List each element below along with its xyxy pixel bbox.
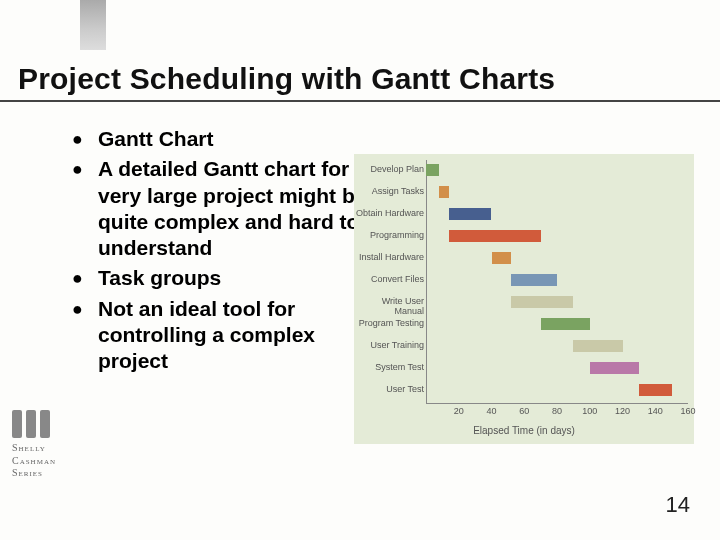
x-tick: 140 [648, 406, 663, 416]
bullet-text: Task groups [98, 265, 221, 291]
task-label: Obtain Hardware [354, 208, 424, 218]
logo-line: Cashman [12, 455, 76, 468]
bullet-item: ● Not an ideal tool for controlling a co… [72, 296, 382, 375]
task-row: System Test [354, 358, 688, 378]
task-label: Develop Plan [354, 164, 424, 174]
gantt-bar [511, 274, 557, 286]
gantt-bar [492, 252, 512, 264]
x-tick: 100 [582, 406, 597, 416]
task-row: Assign Tasks [354, 182, 688, 202]
gantt-bar [439, 186, 449, 198]
bullet-list: ● Gantt Chart ● A detailed Gantt chart f… [72, 126, 382, 378]
task-row: Obtain Hardware [354, 204, 688, 224]
gantt-bar [426, 164, 439, 176]
slide-title: Project Scheduling with Gantt Charts [18, 62, 702, 96]
accent-bar [80, 0, 106, 50]
gantt-bar [449, 208, 492, 220]
task-label: Programming [354, 230, 424, 240]
bullet-text: Gantt Chart [98, 126, 214, 152]
x-axis-line [426, 403, 688, 404]
gantt-plot-area: Develop PlanAssign TasksObtain HardwareP… [426, 160, 688, 402]
task-label: System Test [354, 362, 424, 372]
bullet-item: ● Task groups [72, 265, 382, 291]
task-label: Write User Manual [354, 296, 424, 316]
task-row: Develop Plan [354, 160, 688, 180]
task-row: Program Testing [354, 314, 688, 334]
task-row: Write User Manual [354, 292, 688, 312]
gantt-bar [511, 296, 573, 308]
task-label: Install Hardware [354, 252, 424, 262]
task-row: User Test [354, 380, 688, 400]
logo-stripes-icon [12, 410, 76, 438]
slide: Project Scheduling with Gantt Charts ● G… [0, 0, 720, 540]
bullet-icon: ● [72, 156, 98, 261]
task-row: User Training [354, 336, 688, 356]
gantt-bar [639, 384, 672, 396]
x-tick: 160 [680, 406, 695, 416]
gantt-bar [573, 340, 622, 352]
task-label: User Training [354, 340, 424, 350]
task-label: User Test [354, 384, 424, 394]
logo-line: Series [12, 467, 76, 480]
bullet-text: A detailed Gantt chart for a very large … [98, 156, 382, 261]
gantt-bar [541, 318, 590, 330]
bullet-item: ● A detailed Gantt chart for a very larg… [72, 156, 382, 261]
bullet-icon: ● [72, 265, 98, 291]
x-tick: 60 [519, 406, 529, 416]
task-row: Install Hardware [354, 248, 688, 268]
x-tick: 80 [552, 406, 562, 416]
x-tick: 20 [454, 406, 464, 416]
series-logo: Shelly Cashman Series [12, 410, 76, 496]
x-tick: 40 [486, 406, 496, 416]
bullet-item: ● Gantt Chart [72, 126, 382, 152]
x-axis: 20406080100120140160 [426, 406, 688, 418]
logo-line: Shelly [12, 442, 76, 455]
bullet-icon: ● [72, 126, 98, 152]
task-row: Convert Files [354, 270, 688, 290]
bullet-text: Not an ideal tool for controlling a comp… [98, 296, 382, 375]
bullet-icon: ● [72, 296, 98, 375]
title-rule [0, 100, 720, 102]
task-label: Program Testing [354, 318, 424, 328]
gantt-chart: Develop PlanAssign TasksObtain HardwareP… [354, 154, 694, 444]
gantt-bar [449, 230, 541, 242]
task-label: Convert Files [354, 274, 424, 284]
x-axis-label: Elapsed Time (in days) [354, 425, 694, 436]
logo-text: Shelly Cashman Series [12, 442, 76, 480]
task-row: Programming [354, 226, 688, 246]
x-tick: 120 [615, 406, 630, 416]
page-number: 14 [666, 492, 690, 518]
gantt-bar [590, 362, 639, 374]
task-label: Assign Tasks [354, 186, 424, 196]
